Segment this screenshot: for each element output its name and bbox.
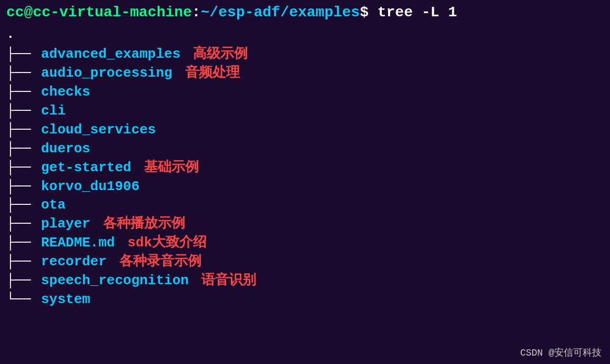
tree-connector: ├── (6, 121, 38, 140)
tree-item-name: player (41, 215, 90, 234)
tree-item-comment: 各种播放示例 (103, 215, 185, 234)
tree-item-name: system (41, 290, 90, 309)
tree-connector: ├── (6, 196, 38, 215)
tree-row: ├──korvo_du1906 (6, 178, 604, 196)
tree-row: ├──checks (6, 83, 604, 102)
tree-item-name: speech_recognition (41, 272, 189, 290)
watermark: CSDN @安信可科技 (520, 346, 602, 359)
tree-connector: ├── (6, 272, 38, 290)
tree-item-comment: 基础示例 (144, 159, 199, 178)
tree-connector: ├── (6, 140, 38, 159)
tree-item-comment: 各种录音示例 (119, 253, 201, 272)
tree-connector: ├── (6, 234, 38, 253)
tree-item-name: get-started (41, 159, 131, 178)
tree-item-comment: sdk大致介绍 (127, 234, 207, 253)
tree-item-name: recorder (41, 253, 107, 272)
prompt-path: ~/esp-adf/examples (201, 4, 360, 20)
tree-row: ├──cloud_services (6, 121, 604, 140)
tree-connector: ├── (6, 215, 38, 234)
tree-item-comment: 语音识别 (201, 272, 256, 290)
tree-row: ├──recorder各种录音示例 (6, 253, 604, 272)
tree-connector: ├── (6, 83, 38, 102)
tree-item-name: cloud_services (41, 121, 156, 140)
tree-row: ├──cli (6, 102, 604, 121)
tree-connector: ├── (6, 45, 38, 64)
tree-item-name: dueros (41, 140, 90, 159)
tree-connector: ├── (6, 253, 38, 272)
tree-row: └──system (6, 290, 604, 309)
tree-row: ├──README.mdsdk大致介绍 (6, 234, 604, 253)
tree-root-dot: . (0, 25, 610, 43)
tree-row: ├──player各种播放示例 (6, 215, 604, 234)
prompt-dollar: $ (360, 4, 378, 20)
tree-item-name: cli (41, 102, 66, 121)
tree-row: ├──dueros (6, 140, 604, 159)
tree-connector: ├── (6, 102, 38, 121)
tree-item-name: checks (41, 83, 90, 102)
tree-row: ├──advanced_examples高级示例 (6, 45, 604, 64)
tree-row: ├──ota (6, 196, 604, 215)
tree-row: ├──audio_processing音频处理 (6, 64, 604, 83)
tree-row: ├──speech_recognition语音识别 (6, 272, 604, 290)
terminal-command: tree -L 1 (378, 4, 457, 20)
prompt-colon: : (192, 4, 201, 20)
tree-item-name: korvo_du1906 (41, 178, 139, 196)
tree-item-name: advanced_examples (41, 45, 180, 64)
tree-item-name: ota (41, 196, 66, 215)
prompt-user: cc@cc-virtual-machine (6, 4, 192, 20)
tree-item-comment: 音频处理 (185, 64, 240, 83)
tree-connector: └── (6, 290, 38, 309)
terminal-header: cc@cc-virtual-machine:~/esp-adf/examples… (0, 0, 610, 25)
tree-listing: ├──advanced_examples高级示例├──audio_process… (0, 43, 610, 311)
tree-connector: ├── (6, 178, 38, 196)
tree-item-comment: 高级示例 (193, 45, 248, 64)
tree-connector: ├── (6, 64, 38, 83)
terminal-window: cc@cc-virtual-machine:~/esp-adf/examples… (0, 0, 610, 364)
tree-row: ├──get-started基础示例 (6, 159, 604, 178)
tree-item-name: README.md (41, 234, 115, 253)
tree-connector: ├── (6, 159, 38, 178)
tree-item-name: audio_processing (41, 64, 172, 83)
